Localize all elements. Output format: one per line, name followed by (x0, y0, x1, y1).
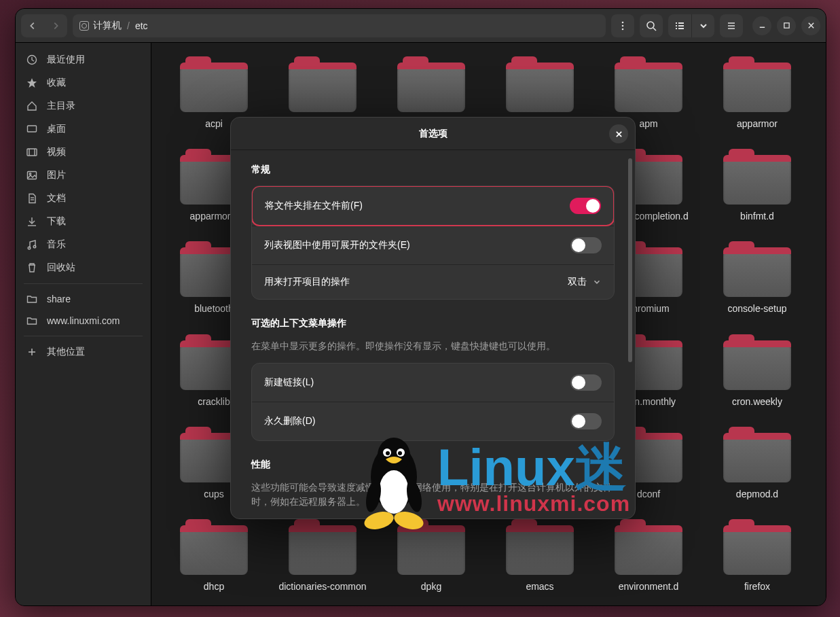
music-icon (26, 239, 37, 250)
folder-icon (397, 519, 465, 575)
svg-point-2 (622, 28, 624, 30)
sidebar-item-pictures[interactable]: 图片 (18, 164, 148, 187)
pref-create-link[interactable]: 新建链接(L) (252, 364, 614, 402)
toggle-switch[interactable] (570, 198, 601, 214)
folder-item[interactable]: dhcp (162, 519, 266, 593)
sidebar-item-share[interactable]: share (18, 288, 148, 310)
pref-label: 新建链接(L) (264, 376, 314, 389)
svg-point-30 (28, 247, 31, 249)
sidebar-item-music[interactable]: 音乐 (18, 233, 148, 256)
close-button[interactable] (609, 124, 628, 143)
folder-label: cracklib (198, 395, 230, 408)
folder-icon (289, 56, 357, 112)
folder-icon (506, 519, 574, 575)
back-button[interactable] (21, 14, 44, 37)
folder-item[interactable]: console-setup (706, 241, 809, 315)
preferences-dialog: 首选项 常规 将文件夹排在文件前(F) 列表视图中使用可展开的文件夹(E) 用来… (230, 117, 636, 519)
pref-label: 将文件夹排在文件前(F) (265, 200, 363, 212)
svg-line-4 (653, 28, 656, 31)
pref-value-dropdown[interactable]: 双击 (568, 276, 602, 288)
sidebar-item-starred[interactable]: 收藏 (18, 71, 148, 94)
pref-delete-permanently[interactable]: 永久删除(D) (252, 402, 614, 440)
close-icon (615, 130, 623, 138)
sidebar-item-linuxmi[interactable]: www.linuxmi.com (18, 310, 148, 332)
sidebar-item-label: share (47, 294, 71, 304)
folder-item[interactable]: dpkg (380, 519, 483, 593)
sidebar-item-desktop[interactable]: 桌面 (18, 118, 148, 141)
sidebar-item-home[interactable]: 主目录 (18, 94, 148, 118)
pref-group-general: 将文件夹排在文件前(F) 列表视图中使用可展开的文件夹(E) 用来打开项目的操作… (251, 186, 615, 300)
sidebar-item-label: 音乐 (47, 239, 66, 251)
section-title-performance: 性能 (251, 459, 615, 471)
pref-open-action[interactable]: 用来打开项目的操作 双击 (252, 264, 614, 299)
pref-sort-folders-first[interactable]: 将文件夹排在文件前(F) (251, 186, 615, 226)
folder-label: apm (639, 118, 657, 130)
section-title-context: 可选的上下文菜单操作 (251, 317, 615, 330)
folder-icon (289, 519, 357, 575)
folder-icon (723, 519, 791, 575)
sidebar-item-trash[interactable]: 回收站 (18, 256, 148, 279)
kebab-menu-button[interactable] (611, 14, 634, 37)
section-desc-performance: 这些功能可能会导致速度减慢和过多的网络使用，特别是在打开这台计算机以外的文件时，… (251, 480, 615, 509)
maximize-button[interactable] (777, 16, 796, 35)
sidebar-item-downloads[interactable]: 下载 (18, 210, 148, 233)
sidebar-item-label: 桌面 (47, 123, 66, 135)
search-button[interactable] (640, 14, 663, 37)
sidebar-item-label: 视频 (47, 146, 66, 158)
folder-item[interactable]: cron.weekly (706, 334, 809, 408)
folder-item[interactable]: depmod.d (706, 427, 809, 500)
sidebar-item-other-locations[interactable]: 其他位置 (18, 340, 148, 364)
folder-item[interactable]: emacs (488, 519, 591, 593)
titlebar: 计算机 / etc (16, 9, 826, 43)
location-bar[interactable]: 计算机 / etc (73, 14, 606, 37)
section-desc-context: 在菜单中显示更多的操作。即使操作没有显示，键盘快捷键也可以使用。 (251, 339, 615, 353)
toggle-switch[interactable] (570, 237, 602, 253)
document-icon (26, 193, 37, 204)
scrollbar[interactable] (628, 158, 632, 362)
folder-label: cron.weekly (732, 395, 782, 408)
forward-button[interactable] (44, 14, 67, 37)
svg-point-1 (622, 24, 624, 27)
location-segment: 计算机 (93, 20, 122, 32)
sidebar-item-documents[interactable]: 文档 (18, 187, 148, 210)
close-button[interactable] (801, 16, 820, 35)
sidebar-item-label: 收藏 (47, 77, 66, 89)
folder-label: binfmt.d (740, 210, 774, 222)
toggle-switch[interactable] (570, 374, 602, 391)
hamburger-menu-button[interactable] (720, 14, 743, 37)
svg-point-31 (33, 245, 36, 248)
home-icon (26, 101, 37, 111)
sidebar-item-label: 下载 (47, 215, 66, 228)
sidebar-item-videos[interactable]: 视频 (18, 141, 148, 164)
sidebar-item-recent[interactable]: 最近使用 (18, 48, 148, 71)
folder-icon (723, 56, 791, 112)
folder-icon (26, 315, 37, 326)
pref-label: 永久删除(D) (264, 415, 315, 427)
folder-item[interactable]: binfmt.d (706, 149, 809, 222)
modal-header: 首选项 (231, 118, 635, 150)
minimize-button[interactable] (752, 16, 771, 35)
folder-label: bluetooth (194, 302, 234, 315)
folder-icon (26, 294, 37, 304)
plus-icon (26, 347, 37, 357)
svg-rect-8 (678, 25, 684, 27)
folder-item[interactable]: dictionaries-common (271, 519, 374, 593)
list-view-button[interactable] (668, 14, 691, 37)
pref-expandable-folders[interactable]: 列表视图中使用可展开的文件夹(E) (252, 226, 614, 264)
svg-rect-15 (784, 23, 788, 28)
folder-label: dhcp (204, 580, 224, 593)
view-options-button[interactable] (691, 14, 714, 37)
svg-rect-9 (676, 28, 677, 29)
folder-item[interactable]: apparmor (706, 56, 809, 130)
folder-item[interactable]: environment.d (597, 519, 700, 593)
svg-rect-20 (28, 126, 37, 132)
folder-item[interactable]: firefox (706, 519, 809, 593)
disk-icon (79, 21, 89, 31)
trash-icon (26, 262, 37, 273)
toggle-switch[interactable] (570, 413, 602, 429)
chevron-down-icon (592, 277, 602, 287)
svg-rect-10 (678, 28, 684, 29)
modal-title: 首选项 (419, 128, 448, 140)
folder-icon (180, 56, 248, 112)
sidebar-item-label: 其他位置 (47, 346, 85, 358)
